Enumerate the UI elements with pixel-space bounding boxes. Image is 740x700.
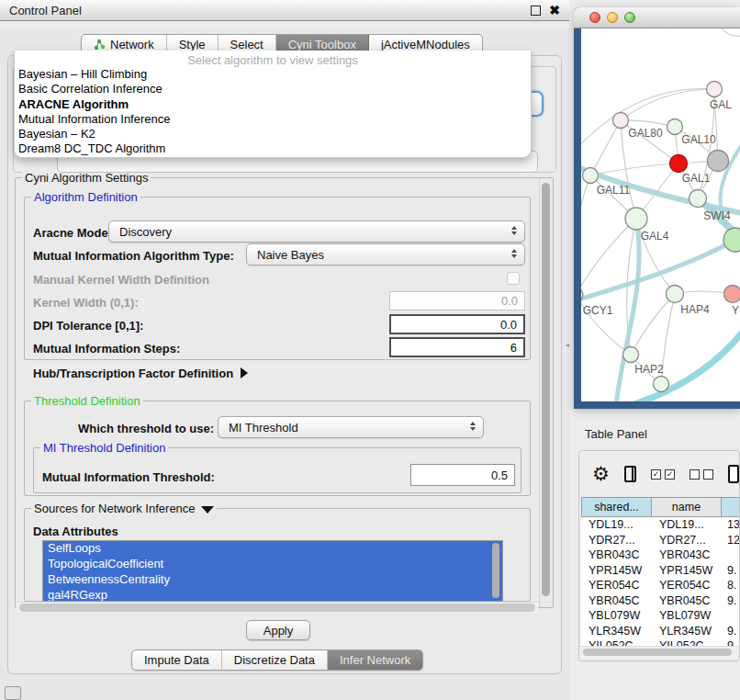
dropdown-item[interactable]: Mutual Information Inference — [15, 112, 531, 127]
column-header-shared-name[interactable]: shared... — [581, 497, 652, 517]
network-node[interactable] — [667, 286, 684, 303]
network-canvas-svg[interactable]: GALGAL80GAL10GAL1GAL11SWI4GAL4GCY1HAP4YH… — [581, 28, 740, 401]
table-row[interactable]: YBL079WYBL079W — [581, 608, 740, 624]
attribute-list-item[interactable]: gal4RGexp — [43, 588, 502, 602]
table-panel-title: Table Panel — [585, 427, 647, 441]
dropdown-item[interactable]: Bayesian – Hill Climbing — [15, 67, 531, 82]
network-node[interactable] — [723, 228, 740, 252]
network-node[interactable] — [708, 151, 729, 172]
kernel-width-input[interactable]: 0.0 — [389, 291, 525, 310]
table-cell — [722, 608, 740, 624]
network-node[interactable] — [613, 113, 629, 129]
network-node[interactable] — [583, 168, 599, 184]
mi-steps-input[interactable]: 6 — [389, 337, 525, 357]
node-label: HAP4 — [680, 303, 710, 316]
table-cell: YDR27... — [652, 533, 722, 548]
panel-collapse-button[interactable] — [5, 686, 21, 700]
tab-discretize-data[interactable]: Discretize Data — [222, 650, 328, 670]
network-view-window[interactable]: GALGAL80GAL10GAL1GAL11SWI4GAL4GCY1HAP4YH… — [574, 7, 740, 409]
table-cell: YBR045C — [581, 593, 652, 609]
deselect-all-checkboxes-icon[interactable] — [690, 469, 713, 480]
manual-kernel-checkbox[interactable] — [507, 272, 520, 285]
mi-threshold-label: Mutual Information Threshold: — [42, 470, 215, 484]
table-header: shared... name — [581, 497, 740, 517]
table-row[interactable]: YBR045CYBR045C9. — [581, 593, 740, 609]
attribute-list-item[interactable]: BetweennessCentrality — [43, 572, 502, 588]
combo-arrows-icon — [511, 249, 517, 258]
dpi-tolerance-input[interactable]: 0.0 — [389, 314, 525, 334]
network-node[interactable] — [707, 82, 723, 97]
network-window-titlebar[interactable] — [574, 7, 740, 28]
table-cell: YDR27... — [581, 533, 652, 548]
close-traffic-light-icon[interactable] — [589, 12, 600, 23]
new-table-icon[interactable] — [728, 465, 739, 483]
table-row[interactable]: YER054CYER054C8. — [581, 578, 740, 593]
table-row[interactable]: YBR043CYBR043C — [581, 548, 740, 563]
table-cell: 8. — [722, 578, 740, 593]
which-threshold-combobox[interactable]: MI Threshold — [218, 416, 484, 438]
sources-group-title[interactable]: Sources for Network Inference — [31, 502, 217, 515]
node-label: GAL — [710, 98, 732, 111]
network-node[interactable] — [654, 377, 669, 392]
manual-kernel-label: Manual Kernel Width Definition — [33, 273, 209, 287]
float-window-icon[interactable] — [531, 6, 541, 16]
apply-button[interactable]: Apply — [246, 620, 310, 640]
gear-icon[interactable]: ⚙ — [592, 465, 610, 483]
table-cell: YER054C — [581, 578, 652, 593]
table-cell: YDL19... — [652, 517, 722, 533]
hub-tf-section-toggle[interactable]: Hub/Transcription Factor Definition — [33, 367, 248, 380]
table-cell: YBR043C — [581, 548, 652, 563]
dropdown-item[interactable]: Dream8 DC_TDC Algorithm — [15, 141, 531, 156]
network-node[interactable] — [670, 155, 688, 173]
mi-type-label: Mutual Information Algorithm Type: — [33, 249, 234, 263]
dropdown-item[interactable]: Bayesian – K2 — [15, 127, 531, 141]
algorithm-definition-title: Algorithm Definition — [31, 190, 140, 204]
close-icon[interactable]: ✖ — [549, 6, 560, 16]
table-row[interactable]: YDL19...YDL19...13 — [581, 517, 740, 533]
select-all-checkboxes-icon[interactable]: ✓✓ — [651, 469, 675, 480]
tab-infer-network[interactable]: Infer Network — [328, 650, 422, 670]
node-label: GAL4 — [641, 230, 669, 243]
network-node[interactable] — [690, 190, 707, 208]
data-attributes-list[interactable]: SelfLoopsTopologicalCoefficientBetweenne… — [42, 540, 503, 602]
column-header-name[interactable]: name — [652, 497, 722, 517]
attribute-list-item[interactable]: SelfLoops — [43, 541, 502, 557]
column-header-partial[interactable] — [722, 497, 740, 517]
table-row[interactable]: YLR345WYLR345W9. — [581, 624, 740, 639]
table-cell: YBR043C — [652, 548, 722, 563]
table-row[interactable]: YPR145WYPR145W9. — [581, 563, 740, 579]
mi-threshold-input[interactable]: 0.5 — [410, 464, 515, 486]
tab-impute-data[interactable]: Impute Data — [132, 650, 222, 670]
attribute-list-item[interactable]: TopologicalCoefficient — [43, 557, 502, 572]
zoom-traffic-light-icon[interactable] — [624, 12, 635, 23]
network-node[interactable] — [724, 286, 740, 303]
aracne-mode-combobox[interactable]: Discovery — [108, 220, 525, 243]
network-node[interactable] — [623, 347, 639, 363]
table-hscrollbar-thumb[interactable] — [583, 649, 732, 656]
split-columns-icon[interactable] — [624, 466, 636, 482]
network-canvas[interactable]: GALGAL80GAL10GAL1GAL11SWI4GAL4GCY1HAP4YH… — [581, 28, 740, 401]
network-node[interactable] — [625, 208, 647, 230]
settings-hscrollbar-thumb[interactable] — [19, 604, 535, 612]
sources-title-label: Sources for Network Inference — [34, 502, 196, 515]
table-row[interactable]: YDR27...YDR27...12 — [581, 533, 740, 548]
tab-label: Network — [110, 38, 154, 51]
network-edge[interactable] — [590, 120, 621, 175]
network-node[interactable] — [667, 119, 683, 135]
network-edge-thick[interactable] — [717, 28, 740, 36]
table-cell: YDL19... — [581, 517, 652, 533]
network-edge[interactable] — [590, 164, 678, 175]
pane-resize-handle[interactable]: ◂ — [566, 342, 571, 349]
threshold-definition-title: Threshold Definition — [31, 394, 143, 408]
minimize-traffic-light-icon[interactable] — [607, 12, 618, 23]
kernel-width-value: 0.0 — [501, 294, 518, 308]
network-edge[interactable] — [581, 175, 590, 295]
settings-scrollbar-thumb[interactable] — [542, 183, 550, 596]
which-threshold-value: MI Threshold — [229, 421, 298, 435]
dropdown-item[interactable]: Basic Correlation Inference — [15, 82, 531, 96]
dpi-tolerance-value: 0.0 — [500, 318, 517, 332]
attributes-scrollbar-thumb[interactable] — [492, 543, 499, 598]
table-cell: YLR345W — [652, 624, 722, 639]
mi-type-combobox[interactable]: Naive Bayes — [246, 243, 525, 265]
dropdown-item[interactable]: ARACNE Algorithm — [15, 97, 531, 112]
